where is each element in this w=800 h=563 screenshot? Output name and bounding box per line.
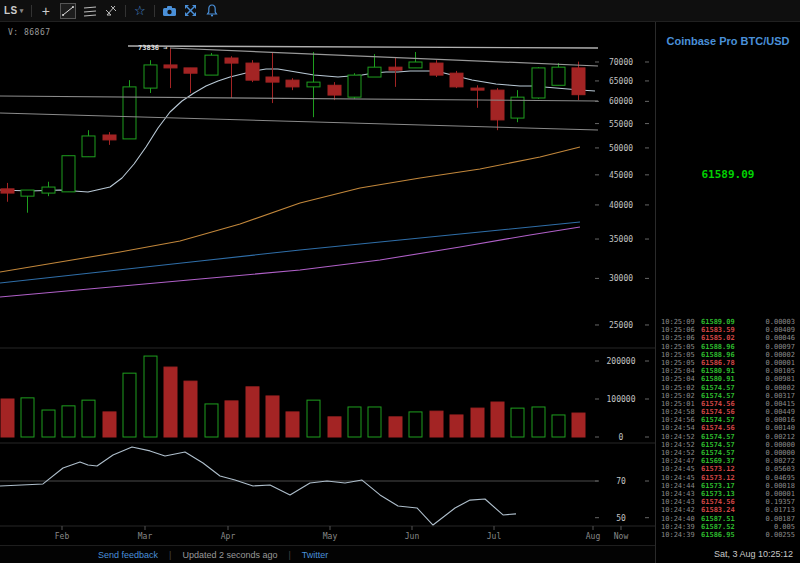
svg-text:55000: 55000	[609, 120, 633, 129]
svg-text:200000: 200000	[607, 357, 636, 366]
svg-text:35000: 35000	[609, 235, 633, 244]
market-title[interactable]: Coinbase Pro BTC/USD	[656, 35, 800, 47]
trade-row: 10:24:5261574.570.00000	[656, 441, 800, 449]
svg-text:Mar: Mar	[138, 532, 153, 541]
trade-row: 10:25:0461580.910.00981	[656, 375, 800, 383]
trade-row: 10:24:4561573.120.05603	[656, 465, 800, 473]
trade-row: 10:24:4361573.130.00001	[656, 490, 800, 498]
svg-text:50000: 50000	[609, 144, 633, 153]
trade-row: 10:25:0661583.590.00409	[656, 326, 800, 334]
trade-row: 10:24:5261574.570.00000	[656, 449, 800, 457]
trade-row: 10:24:4761569.370.00272	[656, 457, 800, 465]
svg-text:65000: 65000	[609, 77, 633, 86]
svg-text:100000: 100000	[607, 395, 636, 404]
svg-text:45000: 45000	[609, 171, 633, 180]
market-panel: Coinbase Pro BTC/USD 61589.09 10:25:0961…	[655, 22, 800, 563]
svg-text:Jul: Jul	[487, 532, 502, 541]
trade-row: 10:24:4561573.120.04695	[656, 474, 800, 482]
symbol-dropdown-label: LS	[4, 6, 18, 16]
pitchfork-icon[interactable]	[104, 2, 118, 20]
updated-status: Updated 2 seconds ago	[182, 550, 277, 560]
trade-row: 10:25:0961589.090.00003	[656, 318, 800, 326]
last-price: 61589.09	[656, 168, 800, 181]
clock: Sat, 3 Aug 10:25:12	[714, 549, 793, 559]
svg-text:Now: Now	[614, 532, 629, 541]
svg-text:0: 0	[619, 433, 624, 442]
camera-icon[interactable]	[162, 2, 177, 20]
chevron-down-icon: ▾	[20, 7, 24, 14]
trading-app-window: LS ▾ + ☆ 7000065000600005500050000450004…	[0, 0, 800, 563]
trade-row: 10:25:0561586.780.00001	[656, 359, 800, 367]
status-bar: Send feedback | Updated 2 seconds ago | …	[0, 545, 655, 563]
svg-text:Feb: Feb	[55, 532, 70, 541]
trade-row: 10:24:5261574.570.00212	[656, 433, 800, 441]
symbol-dropdown[interactable]: LS ▾	[4, 2, 24, 20]
trade-row: 10:25:0261574.570.00317	[656, 392, 800, 400]
trade-row: 10:25:0461580.910.00105	[656, 367, 800, 375]
trade-row: 10:24:5461574.560.00140	[656, 424, 800, 432]
trade-row: 10:24:4461573.170.00018	[656, 482, 800, 490]
trade-row: 10:25:0261574.570.00002	[656, 384, 800, 392]
trade-row: 10:24:4261583.240.01713	[656, 506, 800, 514]
chart-canvas[interactable]: 7000065000600005500050000450004000035000…	[0, 22, 655, 545]
toolbar-divider	[125, 5, 126, 17]
crosshair-icon[interactable]: +	[39, 2, 53, 20]
trade-row: 10:24:4061587.510.00187	[656, 515, 800, 523]
trendline-tool-icon[interactable]	[60, 3, 76, 19]
svg-text:70: 70	[616, 477, 626, 486]
toolbar-divider	[154, 5, 155, 17]
bell-icon[interactable]	[205, 2, 219, 20]
svg-text:73836 →: 73836 →	[138, 44, 168, 52]
trade-row: 10:25:0561588.960.00002	[656, 351, 800, 359]
trade-row: 10:24:3961586.950.00255	[656, 531, 800, 539]
svg-text:40000: 40000	[609, 201, 633, 210]
send-feedback-link[interactable]: Send feedback	[98, 550, 158, 560]
trade-row: 10:25:0161574.560.00415	[656, 400, 800, 408]
svg-text:60000: 60000	[609, 97, 633, 106]
trade-row: 10:24:5861574.560.00449	[656, 408, 800, 416]
star-icon[interactable]: ☆	[133, 2, 147, 20]
toolbar-divider	[31, 5, 32, 17]
svg-text:30000: 30000	[609, 274, 633, 283]
volume-readout: V: 86867	[8, 28, 51, 37]
svg-text:Jun: Jun	[405, 532, 420, 541]
trade-row: 10:24:5661574.570.00016	[656, 416, 800, 424]
svg-text:25000: 25000	[609, 321, 633, 330]
status-divider: |	[169, 550, 171, 560]
status-divider: |	[288, 550, 290, 560]
svg-text:Apr: Apr	[221, 532, 236, 541]
svg-text:May: May	[323, 532, 338, 541]
trade-row: 10:25:0661585.020.00046	[656, 334, 800, 342]
svg-text:50: 50	[616, 514, 626, 523]
drawing-toolbar: LS ▾ + ☆	[0, 0, 800, 22]
twitter-link[interactable]: Twitter	[302, 550, 329, 560]
trade-row: 10:24:4361574.560.19357	[656, 498, 800, 506]
expand-icon[interactable]	[184, 2, 198, 20]
trade-history-list: 10:25:0961589.090.0000310:25:0661583.590…	[656, 318, 800, 539]
parallel-lines-icon[interactable]	[83, 2, 97, 20]
trade-row: 10:24:3961587.520.005	[656, 523, 800, 531]
svg-text:Aug: Aug	[586, 532, 601, 541]
trade-row: 10:25:0561588.960.00097	[656, 343, 800, 351]
svg-text:70000: 70000	[609, 58, 633, 67]
